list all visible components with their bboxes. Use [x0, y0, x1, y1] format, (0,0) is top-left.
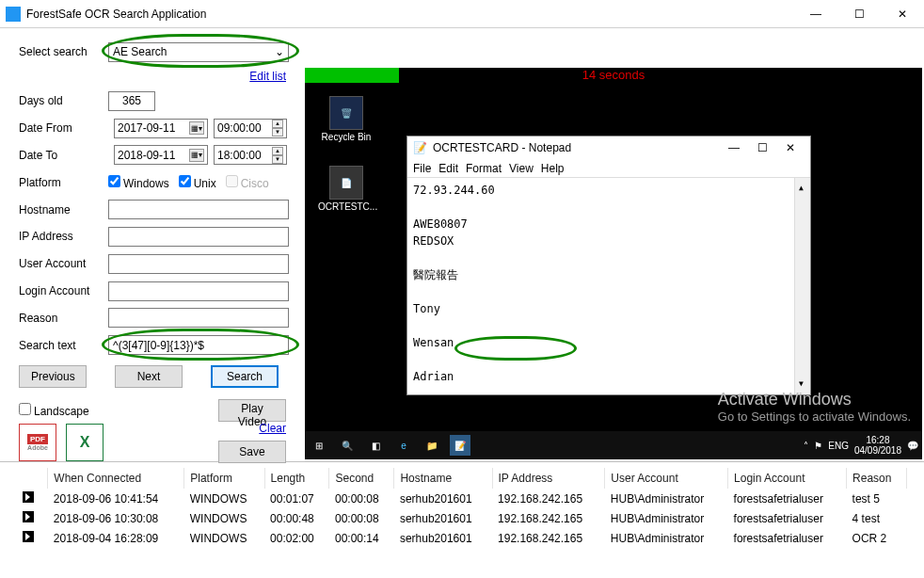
ip-address-input[interactable]: [108, 227, 289, 247]
play-video-button[interactable]: Play Video: [218, 399, 286, 422]
windows-checkbox[interactable]: Windows: [108, 175, 169, 190]
timer-label: 14 seconds: [305, 68, 922, 82]
np-minimize-button[interactable]: —: [720, 137, 748, 158]
clear-link[interactable]: Clear: [259, 422, 286, 435]
notepad-line: [413, 199, 805, 216]
np-close-button[interactable]: ✕: [776, 137, 805, 158]
table-cell: 00:00:08: [329, 489, 394, 508]
notepad-line: Tony: [413, 300, 805, 317]
table-cell: 192.168.242.165: [492, 489, 605, 508]
edit-list-link[interactable]: Edit list: [249, 70, 286, 83]
table-cell: serhub201601: [394, 489, 492, 508]
cisco-checkbox[interactable]: Cisco: [226, 175, 269, 190]
column-header[interactable]: Login Account: [728, 468, 847, 489]
menu-file[interactable]: File: [413, 162, 431, 175]
start-button-icon[interactable]: ⊞: [309, 435, 329, 456]
date-to-input[interactable]: 2018-09-11 ▦▾: [114, 145, 208, 165]
task-view-icon[interactable]: ◧: [365, 435, 386, 456]
select-search-dropdown[interactable]: AE Search ⌄: [108, 42, 289, 62]
menu-view[interactable]: View: [509, 162, 534, 175]
calendar-icon[interactable]: ▦▾: [189, 121, 204, 135]
search-button[interactable]: Search: [211, 365, 279, 388]
ip-address-label: IP Address: [19, 230, 108, 243]
minimize-button[interactable]: —: [794, 0, 837, 28]
menu-format[interactable]: Format: [466, 162, 502, 175]
pdf-export-icon[interactable]: PDFAdobe: [19, 424, 56, 461]
explorer-icon[interactable]: 📁: [422, 435, 442, 456]
notepad-content[interactable]: 72.93.244.60 AWE80807REDSOX 醫院報告 Tony We…: [407, 178, 810, 394]
menu-help[interactable]: Help: [541, 162, 565, 175]
table-cell: serhub201601: [394, 508, 492, 528]
search-icon[interactable]: 🔍: [337, 435, 358, 456]
column-header[interactable]: Reason: [847, 468, 907, 489]
previous-button[interactable]: Previous: [19, 365, 87, 388]
landscape-checkbox[interactable]: Landscape: [19, 403, 89, 418]
next-button[interactable]: Next: [115, 365, 183, 388]
table-cell: 00:02:00: [264, 528, 329, 548]
close-button[interactable]: ✕: [881, 0, 924, 28]
excel-export-icon[interactable]: X: [66, 424, 104, 461]
column-header[interactable]: [17, 468, 48, 489]
notepad-window: 📝 OCRTESTCARD - Notepad — ☐ ✕ File Edit …: [406, 136, 811, 395]
search-form: Select search AE Search ⌄ Edit list Days…: [0, 28, 303, 461]
column-header[interactable]: Length: [264, 468, 329, 489]
column-header[interactable]: IP Address: [492, 468, 605, 489]
play-icon[interactable]: [23, 531, 34, 542]
table-row[interactable]: 2018-09-04 16:28:09WINDOWS00:02:0000:00:…: [17, 528, 907, 548]
search-text-input[interactable]: [108, 335, 289, 355]
preview-panel: 14 seconds 🗑️ Recycle Bin 📄 OCRTESTC... …: [303, 28, 924, 461]
notepad-line: [413, 351, 805, 368]
notepad-titlebar: 📝 OCRTESTCARD - Notepad — ☐ ✕: [407, 136, 810, 159]
login-account-input[interactable]: [108, 281, 289, 301]
scrollbar[interactable]: [794, 178, 810, 394]
column-header[interactable]: User Account: [605, 468, 728, 489]
notifications-icon[interactable]: 💬: [907, 441, 918, 451]
language-indicator[interactable]: ENG: [828, 441, 849, 451]
table-cell: forestsafetrialuser: [728, 489, 847, 508]
date-from-input[interactable]: 2017-09-11 ▦▾: [114, 119, 208, 138]
ie-icon[interactable]: e: [393, 435, 414, 456]
time-from-input[interactable]: 09:00:00 ▲▼: [214, 119, 287, 138]
tray-flag-icon[interactable]: ⚑: [814, 441, 822, 451]
table-cell: serhub201601: [394, 528, 492, 548]
reason-label: Reason: [19, 312, 108, 325]
play-icon[interactable]: [23, 491, 34, 503]
table-row[interactable]: 2018-09-06 10:41:54WINDOWS00:01:0700:00:…: [17, 489, 907, 508]
tray-up-icon[interactable]: ˄: [804, 441, 808, 451]
play-icon[interactable]: [23, 511, 34, 522]
notepad-task-icon[interactable]: 📝: [450, 435, 470, 456]
table-row[interactable]: 2018-09-06 10:30:08WINDOWS00:00:4800:00:…: [17, 508, 907, 528]
select-search-label: Select search: [19, 45, 108, 58]
hostname-input[interactable]: [108, 200, 289, 219]
save-button[interactable]: Save: [218, 441, 286, 463]
table-cell: HUB\Administrator: [605, 508, 728, 528]
column-header[interactable]: Platform: [184, 468, 264, 489]
date-to-label: Date To: [19, 149, 108, 162]
time-spinner-icon[interactable]: ▲▼: [272, 147, 283, 164]
unix-checkbox[interactable]: Unix: [179, 175, 216, 190]
notepad-line: Wensan: [413, 334, 805, 351]
np-maximize-button[interactable]: ☐: [748, 137, 776, 158]
column-header[interactable]: Hostname: [394, 468, 492, 489]
time-to-input[interactable]: 18:00:00 ▲▼: [214, 145, 287, 165]
clock-time[interactable]: 16:28: [854, 435, 901, 445]
title-bar: ForestSafe OCR Search Application — ☐ ✕: [0, 0, 924, 28]
calendar-icon[interactable]: ▦▾: [189, 149, 204, 162]
windows-taskbar: ⊞ 🔍 ◧ e 📁 📝 ˄ ⚑ ENG 16:28 04/09/2018 💬: [305, 431, 922, 459]
column-header[interactable]: When Connected: [48, 468, 184, 489]
time-spinner-icon[interactable]: ▲▼: [272, 120, 283, 136]
notepad-line: AWE80807: [413, 216, 805, 233]
clock-date[interactable]: 04/09/2018: [854, 445, 901, 456]
hostname-label: Hostname: [19, 203, 108, 217]
column-header[interactable]: Second: [329, 468, 394, 489]
table-cell: 192.168.242.165: [492, 528, 605, 548]
menu-edit[interactable]: Edit: [438, 162, 458, 175]
recycle-bin-icon[interactable]: 🗑️ Recycle Bin: [318, 96, 374, 142]
user-account-input[interactable]: [108, 254, 289, 274]
days-old-input[interactable]: [108, 91, 155, 111]
table-cell: 00:00:08: [329, 508, 394, 528]
ocrtest-file-icon[interactable]: 📄 OCRTESTC...: [318, 166, 374, 212]
reason-input[interactable]: [108, 308, 289, 328]
maximize-button[interactable]: ☐: [837, 0, 881, 28]
notepad-icon: 📝: [413, 141, 427, 154]
